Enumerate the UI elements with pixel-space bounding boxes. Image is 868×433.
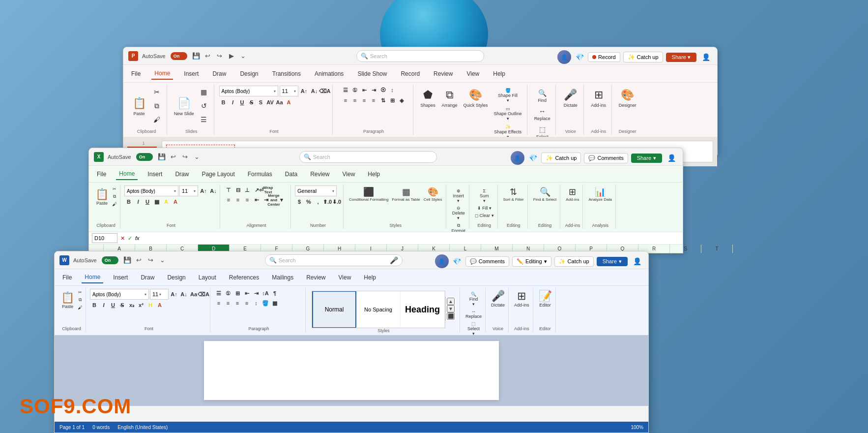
word-case-btn[interactable]: Aa	[189, 290, 198, 299]
ppt-shapes-btn[interactable]: ⬟ Shapes	[418, 86, 438, 109]
ppt-shape-effects-btn[interactable]: ✨ Shape Effects ▾	[492, 123, 524, 137]
word-addins-btn[interactable]: ⊞ Add-ins	[513, 289, 531, 309]
ppt-shape-outline-btn[interactable]: ▭ Shape Outline ▾	[492, 105, 524, 123]
xl-italic-btn[interactable]: I	[134, 197, 143, 206]
word-shading-btn[interactable]: 🪣	[261, 299, 270, 308]
xl-format-btn[interactable]: ⧉ Format ▾	[450, 222, 467, 232]
xl-tab-help[interactable]: Help	[365, 169, 383, 180]
word-tab-view[interactable]: View	[336, 272, 354, 283]
xl-copy-btn[interactable]: ⧉	[111, 193, 118, 200]
word-editor-btn[interactable]: 📝 Editor	[537, 289, 553, 309]
xl-addins-btn[interactable]: ⊞ Add-ins	[564, 186, 580, 203]
ppt-outdent-btn[interactable]: ⇤	[360, 86, 369, 94]
xl-tab-draw[interactable]: Draw	[172, 169, 192, 180]
word-save-btn[interactable]: 💾	[122, 255, 132, 265]
xl-gem-icon[interactable]: 💎	[527, 153, 538, 163]
ppt-valign-btn[interactable]: ⊞	[388, 96, 397, 105]
xl-cell-reference[interactable]: D10	[92, 233, 117, 243]
xl-formula-check-btn[interactable]: ✓	[128, 235, 132, 242]
word-redo-btn[interactable]: ↪	[146, 255, 156, 265]
xl-redo-btn[interactable]: ↪	[180, 152, 190, 162]
word-border-btn[interactable]: ▦	[270, 299, 279, 308]
word-tab-draw[interactable]: Draw	[138, 272, 157, 283]
ppt-tab-review[interactable]: Review	[431, 68, 456, 79]
xl-person-btn[interactable]: 👤	[665, 153, 678, 163]
word-sort-btn[interactable]: ↕A	[261, 289, 270, 298]
ppt-gem-icon[interactable]: 💎	[574, 52, 585, 62]
word-catchup-button[interactable]: ✨ Catch up	[554, 256, 594, 267]
ppt-addins-btn[interactable]: ⊞ Add-ins	[589, 86, 608, 109]
ppt-new-slide-btn[interactable]: 📄 New Slide	[172, 94, 196, 118]
xl-sort-filter-btn[interactable]: ⇅ Sort & Filter	[502, 186, 525, 203]
ppt-cols-btn[interactable]: ⦿	[378, 86, 387, 94]
xl-insert-btn[interactable]: ⊕ Insert ▾	[450, 187, 467, 204]
word-user-avatar[interactable]: 👤	[435, 254, 449, 268]
xl-tab-review[interactable]: Review	[307, 169, 332, 180]
word-more-btn[interactable]: ⌄	[158, 255, 168, 265]
xl-cut-btn[interactable]: ✂	[111, 186, 118, 192]
ppt-replace-btn[interactable]: ↔ Replace	[532, 105, 552, 123]
ppt-save-btn[interactable]: 💾	[191, 51, 201, 61]
ppt-paste-btn[interactable]: 📋 Paste	[129, 94, 149, 118]
xl-catchup-button[interactable]: ✨ Catch up	[541, 153, 581, 163]
xl-tab-home[interactable]: Home	[116, 168, 138, 180]
xl-tab-file[interactable]: File	[94, 169, 109, 180]
word-align-justify-btn[interactable]: ≡	[242, 299, 251, 308]
ppt-share-button[interactable]: Share ▾	[666, 53, 696, 62]
xl-user-avatar[interactable]: 👤	[511, 151, 524, 165]
ppt-reset-btn[interactable]: ↺	[197, 99, 211, 112]
xl-clear-btn[interactable]: ◻ Clear ▾	[473, 212, 495, 219]
ppt-find-btn[interactable]: 🔍 Find	[532, 87, 552, 104]
ppt-search-bar[interactable]: 🔍 Search	[356, 50, 484, 62]
xl-formula-cancel-btn[interactable]: ✕	[120, 235, 125, 242]
ppt-tab-animations[interactable]: Animations	[312, 68, 347, 79]
xl-sum-btn[interactable]: Σ Sum ▾	[473, 187, 495, 204]
word-select-btn[interactable]: ⬚ Select ▾	[464, 320, 483, 335]
word-clear-format-btn[interactable]: ⌫A	[199, 290, 208, 299]
ppt-designer-btn[interactable]: 🎨 Designer	[617, 86, 638, 109]
xl-formula-fn-btn[interactable]: fx	[135, 235, 140, 241]
xl-col-s[interactable]: S	[670, 245, 701, 253]
xl-undo-btn[interactable]: ↩	[169, 152, 178, 162]
ppt-more-btn[interactable]: ⌄	[238, 51, 248, 61]
ppt-bold-btn[interactable]: B	[219, 98, 228, 107]
word-outdent-btn[interactable]: ⇤	[242, 289, 251, 298]
ppt-cut-btn[interactable]: ✂	[150, 86, 164, 98]
word-undo-btn[interactable]: ↩	[134, 255, 144, 265]
ppt-strikethrough-btn[interactable]: S̶	[247, 98, 256, 107]
word-strikethrough-btn[interactable]: S̶	[118, 301, 127, 309]
ppt-arrange-btn[interactable]: ⧉ Arrange	[440, 86, 460, 109]
word-styles-scroll-down[interactable]: ▼	[447, 305, 455, 312]
word-showmarks-btn[interactable]: ¶	[270, 289, 279, 298]
ppt-present-btn[interactable]: ▶	[227, 51, 236, 61]
xl-align-middle-btn[interactable]: ⊟	[233, 186, 242, 194]
xl-comments-button[interactable]: 💬 Comments	[584, 153, 628, 163]
xl-search-bar[interactable]: 🔍 Search	[299, 151, 437, 163]
ppt-case-btn[interactable]: Aa	[275, 98, 284, 107]
xl-outdent-btn[interactable]: ⇤	[252, 195, 261, 204]
xl-percent-btn[interactable]: %	[304, 197, 313, 206]
ppt-tab-slideshow[interactable]: Slide Show	[354, 68, 390, 79]
xl-tab-view[interactable]: View	[340, 169, 358, 180]
ppt-tab-draw[interactable]: Draw	[209, 68, 229, 79]
word-styles-scroll-up[interactable]: ▲	[447, 298, 455, 305]
xl-comma-btn[interactable]: ,	[314, 197, 322, 206]
xl-formula-input[interactable]	[143, 233, 680, 243]
xl-font-selector[interactable]: Aptos (Body) ▾	[124, 186, 178, 196]
xl-underline-btn[interactable]: U	[143, 197, 152, 206]
ppt-align-center-btn[interactable]: ≡	[350, 96, 359, 105]
ppt-align-right-btn[interactable]: ≡	[360, 96, 369, 105]
ppt-shape-fill-btn[interactable]: 🪣 Shape Fill ▾	[492, 87, 524, 104]
ppt-user-avatar[interactable]: 👤	[557, 50, 571, 64]
xl-tab-pagelayout[interactable]: Page Layout	[199, 169, 237, 180]
xl-align-right-btn[interactable]: ≡	[243, 195, 252, 204]
word-underline-btn[interactable]: U	[109, 301, 117, 309]
word-gem-icon[interactable]: 💎	[452, 256, 463, 267]
ppt-shadow-btn[interactable]: S	[257, 98, 265, 107]
word-tab-review[interactable]: Review	[303, 272, 328, 283]
word-document-page[interactable]	[204, 341, 499, 400]
word-document-area[interactable]	[55, 335, 648, 406]
ppt-font-size[interactable]: 11 ▾	[280, 86, 298, 96]
xl-align-top-btn[interactable]: ⊤	[224, 186, 233, 194]
ppt-clear-format-btn[interactable]: ⌫A	[320, 87, 329, 95]
